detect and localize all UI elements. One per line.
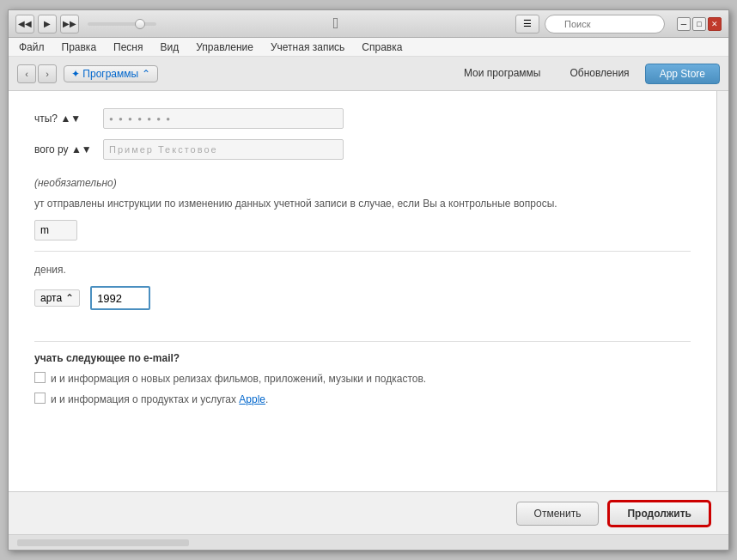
scrollbar[interactable]	[716, 91, 728, 491]
title-bar: ◀◀ ▶ ▶▶  ☰ 🔍 ─ □ ✕	[9, 10, 728, 38]
form-row-1: чты? ▲▼ ● ● ● ● ● ● ●	[34, 108, 691, 129]
tab-updates[interactable]: Обновления	[557, 64, 643, 84]
label-1: чты? ▲▼	[34, 113, 103, 125]
field-2-value: Пример Текстовое	[109, 144, 218, 155]
maximize-button[interactable]: □	[692, 17, 706, 31]
email-option-1-label: и и информация о новых релизах фильмов, …	[51, 371, 426, 387]
month-chevron-icon: ⌃	[65, 292, 74, 304]
rewind-button[interactable]: ◀◀	[15, 15, 34, 33]
month-dropdown[interactable]: арта ⌃	[34, 289, 80, 307]
email-option-2-row: и и информация о продуктах и услугах App…	[34, 392, 691, 407]
cancel-button[interactable]: Отменить	[516, 502, 600, 526]
email-section-title: учать следующее по e-mail?	[34, 352, 691, 364]
title-center: 	[333, 15, 339, 33]
small-input[interactable]	[34, 220, 77, 240]
menu-file[interactable]: Файл	[15, 40, 48, 55]
email-option-1-row: и и информация о новых релизах фильмов, …	[34, 371, 691, 387]
dob-label: дения.	[34, 262, 691, 277]
slider-thumb	[135, 19, 145, 29]
menu-help[interactable]: Справка	[358, 40, 405, 55]
main-content: чты? ▲▼ ● ● ● ● ● ● ● вого ру ▲▼ Пример …	[9, 91, 716, 491]
menu-song[interactable]: Песня	[110, 40, 146, 55]
field-1[interactable]: ● ● ● ● ● ● ●	[103, 108, 344, 129]
status-bar	[9, 534, 728, 550]
label-2: вого ру ▲▼	[34, 143, 103, 155]
email-checkbox-2[interactable]	[34, 393, 46, 404]
programs-dropdown[interactable]: ✦ Программы ⌃	[64, 65, 158, 82]
bottom-bar: Отменить Продолжить	[9, 491, 728, 534]
status-bar-progress	[17, 539, 189, 546]
month-label: арта	[40, 292, 62, 304]
minimize-button[interactable]: ─	[677, 17, 691, 31]
nav-tabs: Мои программы Обновления App Store	[450, 64, 720, 84]
year-input[interactable]	[90, 286, 150, 310]
transport-slider[interactable]	[88, 22, 156, 26]
divider-2	[34, 341, 691, 342]
email-option-2-dot: .	[265, 393, 268, 405]
continue-button[interactable]: Продолжить	[607, 500, 711, 527]
main-window: ◀◀ ▶ ▶▶  ☰ 🔍 ─ □ ✕ Файл Правка Песн	[8, 9, 729, 551]
dropdown-chevron-icon: ⌃	[142, 68, 150, 80]
content-area: чты? ▲▼ ● ● ● ● ● ● ● вого ру ▲▼ Пример …	[9, 91, 728, 491]
back-button[interactable]: ‹	[17, 64, 36, 83]
menu-manage[interactable]: Управление	[192, 40, 257, 55]
menu-view[interactable]: Вид	[157, 40, 183, 55]
play-button[interactable]: ▶	[38, 15, 57, 33]
field-2[interactable]: Пример Текстовое	[103, 139, 344, 160]
email-option-2-label: и и информация о продуктах и услугах App…	[51, 392, 268, 407]
menu-edit[interactable]: Правка	[58, 40, 100, 55]
menu-account[interactable]: Учетная запись	[267, 40, 348, 55]
transport-controls: ◀◀ ▶ ▶▶	[15, 15, 156, 33]
tab-my-programs[interactable]: Мои программы	[450, 64, 555, 84]
menu-bar: Файл Правка Песня Вид Управление Учетная…	[9, 38, 728, 57]
form-row-2: вого ру ▲▼ Пример Текстовое	[34, 139, 691, 160]
email-checkbox-1[interactable]	[34, 372, 46, 383]
nav-bar: ‹ › ✦ Программы ⌃ Мои программы Обновлен…	[9, 57, 728, 91]
optional-label: (необязательно)	[34, 177, 691, 189]
window-controls: ─ □ ✕	[677, 17, 722, 31]
apple-logo-icon: 	[333, 15, 339, 33]
apple-link[interactable]: Apple	[239, 393, 265, 405]
nav-arrows: ‹ ›	[17, 64, 57, 83]
forward-button-nav[interactable]: ›	[38, 64, 57, 83]
search-input[interactable]	[545, 15, 665, 33]
small-input-row	[34, 220, 691, 240]
menu-icon-button[interactable]: ☰	[515, 15, 539, 33]
divider-1	[34, 251, 691, 252]
forward-button[interactable]: ▶▶	[60, 15, 79, 33]
tab-app-store[interactable]: App Store	[645, 64, 720, 84]
dob-row: арта ⌃	[34, 286, 691, 310]
email-option-2-text: и и информация о продуктах и услугах	[51, 393, 239, 405]
info-text-content: ут отправлены инструкции по изменению да…	[34, 198, 557, 210]
search-wrapper: 🔍	[545, 15, 665, 33]
programs-label: ✦ Программы	[71, 68, 138, 80]
close-button[interactable]: ✕	[708, 17, 722, 31]
title-bar-right: ☰ 🔍 ─ □ ✕	[515, 15, 722, 33]
field-1-value: ● ● ● ● ● ● ●	[109, 115, 172, 123]
info-text: ут отправлены инструкции по изменению да…	[34, 196, 691, 211]
